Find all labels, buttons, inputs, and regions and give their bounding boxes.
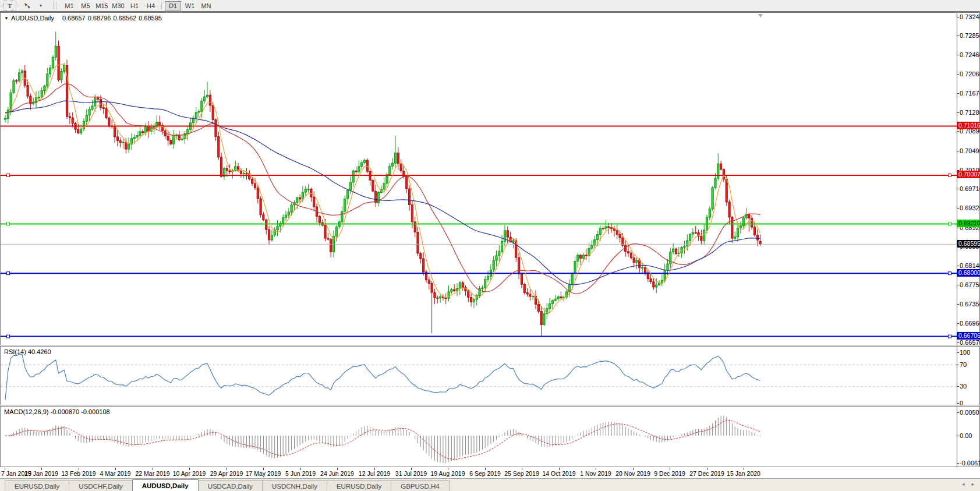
chart-tab-usdchf-daily[interactable]: USDCHF,Daily [69,480,132,491]
collapse-triangle-icon[interactable]: ▼ [4,16,9,21]
chart-symbol-label: AUDUSD,Daily [11,15,54,22]
timeframe-button-m5[interactable]: M5 [78,1,93,10]
line-handle [949,272,951,275]
price-tag-0.70007: 0.70007 [957,171,980,178]
date-label-19: 27 Dec 2019 [689,470,724,477]
arrows-dropdown-caret[interactable]: ▾ [35,1,47,10]
chart-tab-eurusd-daily[interactable]: EURUSD,Daily [5,480,69,491]
main-chart-canvas[interactable] [1,13,957,345]
price-tick-0.67350: 0.67350 [960,301,980,308]
toolbar-grip[interactable] [53,2,56,9]
date-label-9: 24 Jun 2019 [320,470,354,477]
rsi-line [5,354,760,400]
arrows-icon [23,2,31,9]
chart-title: ▼ AUDUSD,Daily 0.68657 0.68796 0.68562 0… [4,15,162,22]
line-handle [949,335,951,338]
date-label-16: 1 Nov 2019 [580,470,611,477]
price-tag-0.66706: 0.66706 [957,332,980,340]
date-label-4: 22 Mar 2019 [136,470,170,477]
chart-tab-usdcnh-daily[interactable]: USDCNH,Daily [262,480,327,491]
arrows-tool-button[interactable] [22,1,33,10]
date-label-2: 13 Feb 2019 [62,470,96,477]
price-tick-0.72460: 0.72460 [960,51,980,59]
chart-tab-eurusd-daily[interactable]: EURUSD,Daily [327,480,391,491]
date-label-6: 29 Apr 2019 [210,470,243,477]
date-label-8: 5 Jun 2019 [285,470,316,477]
ohlc-low: 0.68562 [113,15,136,22]
timeframe-button-m1[interactable]: M1 [62,1,77,10]
tab-scroll-left-icon[interactable]: ◂ [962,481,965,487]
date-label-11: 31 Jul 2019 [395,470,427,477]
date-label-20: 15 Jan 2020 [727,470,760,477]
toolbar-separator [161,2,162,9]
chart-tab-gbpusd-h4[interactable]: GBPUSD,H4 [391,480,449,491]
rsi-tick-0: 0 [960,400,963,407]
timeframe-button-m15[interactable]: M15 [94,1,109,10]
ohlc-high: 0.68796 [88,15,111,22]
date-label-15: 14 Oct 2019 [542,470,575,477]
mt4-terminal: T ▾ M1M5M15M30H1H4D1W1MN ▼ AUDUSD,Daily … [0,0,980,491]
timeframe-button-mn[interactable]: MN [199,1,214,10]
line-handle [7,272,10,275]
macd-tick--0.006148: -0.006148 [960,460,980,467]
price-tick-0.73240: 0.73240 [960,13,980,21]
rsi-tick-70: 70 [960,361,967,369]
chart-tab-audusd-daily[interactable]: AUDUSD,Daily [132,479,199,491]
text-tool-button[interactable]: T [3,1,16,10]
price-tick-0.70490: 0.70490 [960,147,980,155]
price-axis-separator [957,13,957,345]
timeframe-button-h4[interactable]: H4 [143,1,158,10]
price-tag-0.69010: 0.69010 [957,220,980,227]
shift-marker-icon [758,14,763,17]
ohlc-open: 0.68657 [62,15,86,22]
price-tick-0.66960: 0.66960 [960,320,980,327]
ma-slow [5,101,760,285]
timeframe-button-d1[interactable]: D1 [165,1,181,10]
rsi-label: RSI(14) 40.4260 [4,348,51,355]
price-tick-0.72850: 0.72850 [960,32,980,40]
price-tick-0.71670: 0.71670 [960,90,980,97]
macd-label: MACD(12,26,9) -0.000870 -0.000108 [4,408,110,415]
time-axis[interactable]: 7 Jan 201925 Jan 201913 Feb 20194 Mar 20… [0,468,980,478]
chart-tabbar: EURUSD,DailyUSDCHF,DailyAUDUSD,DailyUSDC… [0,478,980,491]
rsi-canvas[interactable] [1,347,957,405]
rsi-axis-separator [957,347,957,405]
current-price-tag: 0.68595 [957,240,980,248]
macd-histogram [5,415,760,463]
macd-panel: MACD(12,26,9) -0.000870 -0.000108 [0,406,980,467]
price-tick-0.71280: 0.71280 [960,109,980,116]
line-handle [7,222,10,225]
up-candles [4,31,747,326]
date-label-10: 12 Jul 2019 [359,470,390,477]
date-label-14: 25 Sep 2019 [504,470,539,477]
rsi-tick-30: 30 [960,383,967,390]
price-tag-0.68000: 0.68000 [957,269,980,277]
price-tick-0.67750: 0.67750 [960,281,980,289]
date-label-13: 6 Sep 2019 [469,470,501,477]
timeframe-group: M1M5M15M30H1H4D1W1MN [61,1,214,10]
macd-signal-line [5,421,760,460]
rsi-panel: RSI(14) 40.4260 [0,346,980,405]
macd-axis-separator [957,407,957,467]
chart-tab-usdcad-daily[interactable]: USDCAD,Daily [198,480,263,491]
tab-scroll-right-icon[interactable]: ▸ [971,481,974,487]
price-tag-0.71016: 0.71016 [957,122,980,129]
date-label-18: 9 Dec 2019 [654,470,685,477]
line-handle [949,222,951,225]
macd-tick-0.00: 0.00 [960,432,972,440]
date-label-5: 10 Apr 2019 [173,470,206,477]
price-tick-0.66570: 0.66570 [960,339,980,347]
timeframe-button-h1[interactable]: H1 [127,1,142,10]
price-tick-0.69710: 0.69710 [960,185,980,193]
timeframe-button-w1[interactable]: W1 [182,1,197,10]
date-label-7: 17 May 2019 [246,470,281,477]
rsi-tick-100: 100 [960,349,970,356]
ma-mid [5,84,760,294]
date-label-17: 20 Nov 2019 [615,470,650,477]
tab-scroll-arrows: ◂ ▸ [962,481,974,487]
macd-canvas[interactable] [1,407,957,467]
main-chart-panel: ▼ AUDUSD,Daily 0.68657 0.68796 0.68562 0… [0,12,980,345]
timeframe-button-m30[interactable]: M30 [111,1,126,10]
ohlc-close: 0.68595 [139,15,162,22]
line-handle [7,335,10,338]
